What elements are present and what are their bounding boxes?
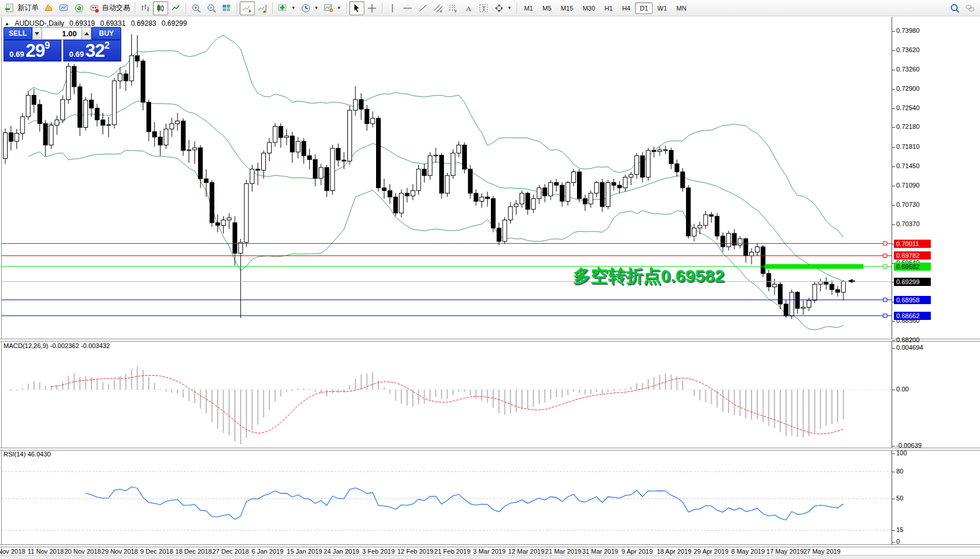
toolbar-separator: [517, 2, 517, 14]
rsi-tick: 0: [896, 538, 900, 545]
buy-price-main: 32: [86, 42, 104, 60]
indicators-dropdown[interactable]: ▼: [275, 1, 298, 15]
price-axis[interactable]: 0.739800.736200.732600.729000.725400.721…: [892, 0, 980, 559]
rsi-label: RSI(14) 46.0430: [4, 451, 51, 458]
high-value: 0.69331: [100, 19, 125, 28]
price-tick: 0.73980: [896, 27, 920, 34]
chart-canvas[interactable]: [0, 0, 980, 559]
text-tool[interactable]: A: [461, 1, 476, 15]
mt4-window: 新订单 自动交易: [0, 0, 980, 559]
indicators-icon: [278, 3, 288, 13]
trendline-tool[interactable]: [415, 1, 431, 15]
svg-text:A: A: [466, 4, 472, 13]
tick-mark: [892, 205, 895, 206]
rsi-tick: 15: [896, 526, 903, 533]
price-tick: 0.72540: [896, 104, 920, 111]
templates-dropdown[interactable]: ▼: [321, 1, 344, 15]
volume-increase-button[interactable]: [81, 27, 91, 40]
sell-button[interactable]: SELL: [4, 27, 32, 40]
toolbar-separator: [382, 2, 383, 14]
sell-price-button[interactable]: 0.69 29 9: [4, 40, 62, 62]
search-icon[interactable]: [947, 1, 962, 15]
price-tick: 0.73620: [896, 46, 920, 53]
horizontal-line-tool[interactable]: [400, 1, 415, 15]
cursor-tool[interactable]: [349, 1, 364, 15]
bar-chart-icon[interactable]: [138, 1, 153, 15]
tick-mark: [892, 530, 895, 531]
symbol-header: ▲ AUDUSD-,Daily 0.69319 0.69331 0.69283 …: [5, 19, 187, 28]
tick-mark: [892, 89, 895, 90]
volume-input[interactable]: [42, 27, 81, 40]
sell-price-pip: 9: [45, 40, 50, 51]
timeframe-h4[interactable]: H4: [617, 2, 635, 14]
timeframe-mn[interactable]: MN: [672, 2, 691, 14]
zoom-out-icon[interactable]: [204, 1, 219, 15]
pane-divider-timeaxis: [0, 544, 980, 547]
new-order-button[interactable]: 新订单: [2, 1, 41, 15]
price-tick: 0.70730: [896, 201, 920, 208]
price-tag: 0.70011: [894, 240, 931, 248]
timeframe-m15[interactable]: M15: [556, 2, 578, 14]
timeframe-m1[interactable]: M1: [520, 2, 538, 14]
one-click-trading-panel: SELL BUY 0.69 29 9 0.69 32 2: [4, 27, 121, 62]
chevron-down-icon: ▼: [507, 5, 512, 11]
tick-mark: [892, 499, 895, 499]
timeframe-m5[interactable]: M5: [538, 2, 556, 14]
horizontal-line-icon: [402, 3, 413, 13]
buy-price-button[interactable]: 0.69 32 2: [63, 40, 121, 62]
fibonacci-tool[interactable]: F: [446, 1, 461, 15]
line-chart-icon[interactable]: [168, 1, 183, 15]
timeframe-h1[interactable]: H1: [600, 2, 617, 14]
tile-windows-icon[interactable]: [219, 1, 234, 15]
chevron-down-icon: ▼: [337, 5, 342, 11]
arrows-dropdown[interactable]: ▼: [491, 1, 514, 15]
price-tag: 0.68662: [894, 312, 931, 320]
tick-mark: [892, 340, 895, 341]
pane-divider-rsi[interactable]: [0, 448, 980, 451]
tick-mark: [892, 50, 895, 51]
chart-text-object[interactable]: 多空转折点0.69582: [573, 264, 724, 288]
triangle-up-icon: [84, 32, 89, 35]
timeframe-d1[interactable]: D1: [635, 2, 653, 14]
sell-price-main: 29: [26, 42, 45, 60]
data-window-icon[interactable]: [56, 1, 71, 15]
chat-icon[interactable]: [962, 1, 978, 15]
vertical-line-tool[interactable]: [385, 1, 400, 15]
crosshair-icon: [367, 3, 377, 13]
crosshair-tool[interactable]: [364, 1, 380, 15]
tick-mark: [892, 224, 895, 225]
candlestick-chart-icon[interactable]: [153, 1, 168, 15]
rsi-tick: 100: [896, 449, 907, 456]
tick-mark: [892, 147, 895, 148]
text-label-tool[interactable]: T: [476, 1, 491, 15]
chart-shift-icon[interactable]: [255, 1, 270, 15]
toolbar: 新订单 自动交易: [0, 0, 980, 16]
vertical-line-icon: [387, 3, 398, 13]
new-chart-icon[interactable]: [41, 1, 56, 15]
equidistant-channel-tool[interactable]: E: [431, 1, 446, 15]
timeframe-w1[interactable]: W1: [653, 2, 672, 14]
triangle-down-icon: [35, 32, 39, 35]
low-value: 0.69283: [131, 19, 156, 28]
buy-price-pip: 2: [104, 40, 110, 51]
autotrading-button[interactable]: 自动交易: [87, 1, 132, 15]
price-tick: 0.71810: [896, 143, 920, 150]
price-tag: 0.69582: [894, 263, 931, 271]
signals-icon[interactable]: [71, 1, 87, 15]
auto-scroll-icon[interactable]: [240, 1, 255, 15]
price-tick: 0.68200: [896, 336, 920, 343]
price-tick: 0.73260: [896, 66, 920, 73]
buy-button[interactable]: BUY: [91, 27, 121, 40]
timeframe-m30[interactable]: M30: [578, 2, 600, 14]
zoom-in-icon[interactable]: [189, 1, 204, 15]
window-bottom-edge: [0, 555, 980, 559]
autotrading-label: 自动交易: [102, 3, 130, 13]
volume-decrease-button[interactable]: [32, 27, 42, 40]
svg-text:T: T: [482, 5, 486, 12]
collapse-panel-icon[interactable]: ▲: [5, 21, 9, 26]
text-label-icon: T: [479, 3, 489, 13]
pane-divider-macd[interactable]: [0, 339, 980, 342]
macd-tick: 0.00: [896, 386, 909, 393]
tick-mark: [892, 70, 895, 70]
periods-dropdown[interactable]: ▼: [298, 1, 321, 15]
